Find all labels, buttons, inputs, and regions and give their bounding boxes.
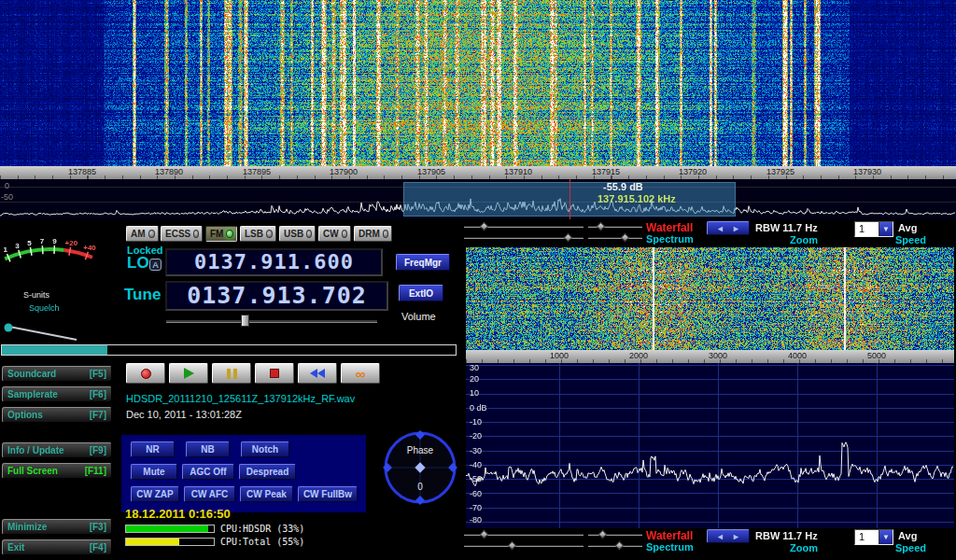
zoom-spectrum-panel[interactable]: 30 20 10 0 dB -10 -20 -30 -40 -50 -60 -7… (466, 363, 954, 528)
wav-filename: HDSDR_20111210_125611Z_137912kHz_RF.wav (126, 393, 355, 404)
mode-label: CW (323, 229, 339, 239)
stop-button[interactable] (255, 363, 294, 384)
button-label: Full Screen (7, 466, 58, 476)
button-key: [F5] (90, 369, 106, 379)
db-tick-label: -20 (470, 431, 482, 441)
play-button[interactable] (169, 363, 208, 384)
datetime-display: 18.12.2011 0:16:50 (125, 507, 231, 521)
s-meter-canvas (2, 221, 99, 343)
despread-button[interactable]: Despread (239, 464, 296, 480)
volume-slider[interactable] (166, 315, 377, 327)
zoom-waterfall[interactable] (466, 247, 954, 350)
spectrum-tab-bottom[interactable]: Spectrum (646, 541, 694, 553)
s-meter[interactable]: S-units Squelch (2, 221, 99, 343)
waterfall-tab-bottom[interactable]: Waterfall (646, 529, 693, 542)
mode-cw-button[interactable]: CW (318, 226, 351, 242)
volume-thumb[interactable] (241, 315, 249, 327)
mini-axis-minus50: -50 (1, 192, 13, 202)
slider-thumb[interactable] (598, 530, 608, 539)
spectrum-offset-slider-bottom[interactable] (588, 541, 642, 550)
slider-track (588, 237, 642, 239)
waterfall-offset-slider-bottom[interactable] (588, 530, 642, 539)
options-button[interactable]: Options[F7] (2, 407, 112, 423)
freqmgr-button[interactable]: FreqMgr (396, 254, 450, 271)
cw-fullbw-button[interactable]: CW FullBw (298, 486, 358, 502)
scroll-right-icon[interactable]: ► (732, 532, 740, 541)
slider-track (464, 545, 583, 547)
cw-zap-button[interactable]: CW ZAP (131, 486, 179, 502)
mode-ecss-button[interactable]: ECSS (161, 226, 203, 242)
agc-off-button[interactable]: AGC Off (182, 464, 234, 480)
lo-frequency-display[interactable]: 0137.911.600 (165, 248, 383, 276)
zoom-frequency-scale[interactable]: 1000 2000 3000 4000 5000 (466, 350, 954, 363)
spectrum-offset-slider[interactable] (588, 233, 642, 242)
tune-label: Tune (124, 286, 161, 304)
band-scroll-control[interactable]: ◄ ► (707, 221, 750, 235)
button-key: [F9] (90, 445, 106, 455)
slider-thumb[interactable] (615, 541, 625, 551)
button-key: [F7] (90, 410, 106, 420)
db-tick-label: -70 (470, 503, 482, 512)
extio-button[interactable]: ExtIO (399, 285, 443, 301)
hdsdr-app-window: 137885 137890 137895 137900 137905 13791… (0, 0, 956, 560)
dropdown-arrow-icon[interactable]: ▼ (879, 222, 893, 236)
cw-afc-button[interactable]: CW AFC (184, 486, 235, 502)
mode-am-button[interactable]: AM (126, 226, 159, 242)
waterfall-offset-slider[interactable] (588, 222, 642, 231)
waterfall-contrast-slider-bottom[interactable] (464, 530, 583, 539)
waterfall-tab[interactable]: Waterfall (646, 221, 693, 234)
spectrum-gain-slider-bottom[interactable] (464, 541, 583, 550)
main-frequency-scale[interactable]: 137885 137890 137895 137900 137905 13791… (0, 166, 956, 179)
record-button[interactable] (126, 363, 165, 384)
dropdown-arrow-icon[interactable]: ▼ (879, 530, 893, 544)
slider-thumb[interactable] (564, 233, 573, 243)
slider-thumb[interactable] (480, 530, 489, 539)
mini-axis-zero: 0 (5, 181, 9, 190)
soundcard-button[interactable]: Soundcard[F5] (2, 366, 112, 382)
mute-button[interactable]: Mute (131, 464, 177, 480)
minimize-button[interactable]: Minimize[F3] (2, 519, 112, 535)
main-waterfall[interactable] (0, 0, 956, 166)
db-tick-label: -30 (470, 446, 482, 455)
spectrum-tab[interactable]: Spectrum (646, 233, 694, 245)
band-scroll-control-bottom[interactable]: ◄ ► (707, 529, 750, 543)
pause-button[interactable] (212, 363, 251, 384)
mode-lsb-button[interactable]: LSB (240, 226, 276, 242)
avg-value: 1 (855, 222, 879, 236)
db-tick-label: -80 (470, 515, 482, 525)
waterfall-contrast-slider[interactable] (464, 222, 583, 231)
mode-led-icon (148, 230, 155, 238)
nr-button[interactable]: NR (131, 441, 175, 457)
fullscreen-button[interactable]: Full Screen[F11] (2, 463, 112, 479)
mode-fm-button[interactable]: FM (205, 226, 237, 242)
mode-drm-button[interactable]: DRM (354, 226, 392, 242)
zoom-spectrum-canvas[interactable] (466, 363, 954, 528)
scroll-left-icon[interactable]: ◄ (716, 532, 724, 541)
db-tick-label: 0 dB (470, 403, 487, 413)
slider-thumb[interactable] (508, 541, 517, 551)
cw-peak-button[interactable]: CW Peak (240, 486, 293, 502)
spectrum-gain-slider[interactable] (464, 233, 583, 242)
scroll-left-icon[interactable]: ◄ (716, 224, 724, 233)
samplerate-button[interactable]: Samplerate[F6] (2, 386, 112, 402)
mode-usb-button[interactable]: USB (279, 226, 316, 242)
cpu-total-bar (125, 538, 215, 546)
info-update-button[interactable]: Info / Update[F9] (2, 442, 112, 458)
loop-button[interactable]: ∞ (341, 363, 380, 384)
exit-button[interactable]: Exit[F4] (2, 539, 112, 555)
notch-button[interactable]: Notch (241, 441, 289, 457)
lo-a-badge[interactable]: A (149, 259, 162, 271)
slider-thumb[interactable] (621, 233, 630, 243)
avg-dropdown[interactable]: 1 ▼ (854, 221, 893, 237)
mini-spectrum-panel[interactable]: 0 -50 -55.9 dB 137.915.102 kHz (0, 179, 956, 219)
rbw-label-bottom: RBW 11.7 Hz (755, 530, 818, 541)
scroll-right-icon[interactable]: ► (732, 224, 740, 233)
tune-frequency-display[interactable]: 0137.913.702 (165, 281, 388, 311)
slider-thumb[interactable] (480, 222, 489, 231)
zoom-label-bottom: Zoom (790, 542, 818, 553)
slider-thumb[interactable] (597, 222, 606, 231)
record-icon (141, 369, 151, 379)
rewind-button[interactable] (298, 363, 337, 384)
avg-dropdown-bottom[interactable]: 1 ▼ (854, 529, 893, 545)
nb-button[interactable]: NB (186, 441, 230, 457)
